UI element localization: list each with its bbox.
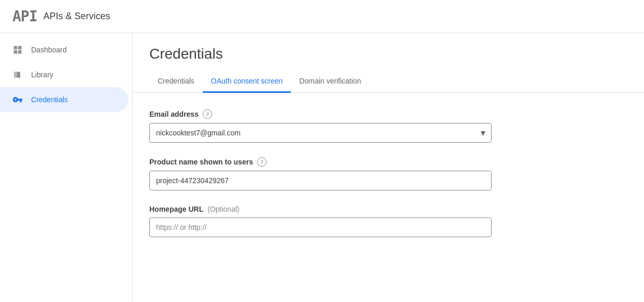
- homepage-url-input[interactable]: [149, 217, 492, 237]
- email-form-group: Email address ? nickcooktest7@gmail.com …: [149, 109, 489, 143]
- sidebar-item-library[interactable]: Library: [0, 62, 128, 87]
- homepage-label-text: Homepage URL: [149, 205, 203, 213]
- header: API APIs & Services: [0, 0, 644, 33]
- product-name-help-icon[interactable]: ?: [257, 157, 267, 167]
- sidebar-dashboard-label: Dashboard: [31, 46, 67, 54]
- sidebar-library-label: Library: [31, 71, 53, 79]
- tab-credentials[interactable]: Credentials: [149, 71, 203, 93]
- tab-bar: Credentials OAuth consent screen Domain …: [133, 71, 644, 93]
- homepage-optional-text: (Optional): [207, 205, 239, 213]
- sidebar-item-dashboard[interactable]: Dashboard: [0, 37, 128, 62]
- homepage-form-group: Homepage URL (Optional): [149, 205, 489, 237]
- sidebar-credentials-label: Credentials: [31, 95, 68, 104]
- header-logo: API APIs & Services: [12, 8, 137, 25]
- email-label: Email address ?: [149, 109, 489, 119]
- email-label-text: Email address: [149, 110, 199, 118]
- sidebar: Dashboard Library Credentials: [0, 33, 133, 302]
- product-name-label: Product name shown to users ?: [149, 157, 489, 167]
- header-title: APIs & Services: [44, 11, 110, 22]
- email-select-wrapper: nickcooktest7@gmail.com ▾: [149, 123, 492, 143]
- product-name-label-text: Product name shown to users: [149, 158, 253, 166]
- email-help-icon[interactable]: ?: [203, 109, 212, 119]
- library-icon: [12, 70, 23, 80]
- product-name-form-group: Product name shown to users ?: [149, 157, 489, 190]
- form-content: Email address ? nickcooktest7@gmail.com …: [133, 93, 506, 268]
- api-logo-text: API: [12, 8, 37, 25]
- email-select[interactable]: nickcooktest7@gmail.com: [149, 123, 492, 143]
- page-header: Credentials: [133, 33, 644, 62]
- product-name-input[interactable]: [149, 171, 492, 190]
- tab-domain-verification[interactable]: Domain verification: [291, 71, 369, 93]
- key-icon: [12, 94, 23, 105]
- dashboard-icon: [12, 45, 23, 55]
- main-content: Credentials Credentials OAuth consent sc…: [133, 33, 644, 302]
- layout: Dashboard Library Credentials Credential…: [0, 33, 644, 302]
- tab-oauth-consent[interactable]: OAuth consent screen: [203, 71, 291, 93]
- homepage-label: Homepage URL (Optional): [149, 205, 489, 213]
- page-title: Credentials: [149, 46, 627, 62]
- sidebar-item-credentials[interactable]: Credentials: [0, 87, 128, 112]
